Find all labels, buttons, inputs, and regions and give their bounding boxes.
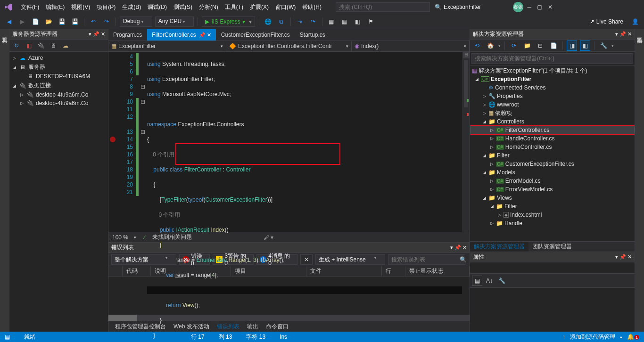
sln-item[interactable]: ▷◈Index.cshtml <box>470 211 635 219</box>
sln-item[interactable]: ▷🔧Properties <box>470 92 635 100</box>
view-code-icon[interactable]: ◨ <box>567 41 577 51</box>
nav-class[interactable]: 🔶ExceptionFilter.Controllers.FilterContr… <box>226 41 352 51</box>
scm-up-icon[interactable]: ↑ <box>562 334 565 340</box>
toolbox-tab[interactable]: 工具箱 <box>0 29 9 332</box>
sln-item[interactable]: ⚙Connected Services <box>470 83 635 92</box>
user-avatar[interactable]: 睿张 <box>513 2 523 12</box>
build-filter-select[interactable]: 生成 + IntelliSense ▾ <box>315 254 385 265</box>
save-icon[interactable]: 💾 <box>57 16 67 27</box>
doc-tab[interactable]: Startup.cs <box>295 29 330 41</box>
sync-icon[interactable]: ⟳ <box>509 41 519 51</box>
props-wrench-icon[interactable]: 🔧 <box>496 276 507 286</box>
search-icon[interactable]: 🔍 <box>435 4 442 10</box>
doc-tab[interactable]: Program.cs <box>108 29 147 41</box>
diagnostic-tab[interactable]: 诊断工具 <box>635 29 644 332</box>
run-button[interactable]: ▶ IIS Express ▾▾ <box>202 16 255 27</box>
close-button[interactable]: ✕ <box>548 4 553 10</box>
sln-search-input[interactable] <box>471 53 633 64</box>
config-select[interactable]: Debug ▾ <box>120 16 152 27</box>
home-icon[interactable]: 🏠 <box>485 41 495 51</box>
sln-item[interactable]: ◢C#ExceptionFilter <box>470 75 635 83</box>
nav-project[interactable]: ▦ExceptionFilter▾ <box>108 41 226 51</box>
feedback-icon[interactable]: 👤 <box>630 16 640 27</box>
sln-pin-icon[interactable]: ▾ 📌 ✕ <box>615 31 632 37</box>
menu-file[interactable]: 文件(F) <box>18 2 42 12</box>
menu-build[interactable]: 生成(B) <box>119 2 144 12</box>
platform-select[interactable]: Any CPU ▾ <box>155 16 194 27</box>
bell-icon[interactable]: 🔔1 <box>627 334 639 340</box>
col-code[interactable]: 代码 <box>123 266 151 276</box>
doc-tab[interactable]: CustomerExceptionFilter.cs <box>216 29 295 41</box>
menu-view[interactable]: 视图(V) <box>68 2 93 12</box>
menu-edit[interactable]: 编辑(E) <box>43 2 67 12</box>
menu-tools[interactable]: 工具(T) <box>222 2 246 12</box>
minimize-button[interactable]: ─ <box>527 4 531 10</box>
menu-extensions[interactable]: 扩展(X) <box>247 2 272 12</box>
step-over-icon[interactable]: ↷ <box>308 16 318 27</box>
scm-text[interactable]: 添加到源代码管理 <box>570 333 615 341</box>
add-server-icon[interactable]: 🖥 <box>48 41 58 51</box>
sln-root[interactable]: ▦ 解决方案"ExceptionFilter"(1 个项目/共 1 个) <box>470 66 635 75</box>
props-pin-icon[interactable]: ▾ 📌 ✕ <box>615 254 632 260</box>
nav-forward-icon[interactable]: ▶ <box>17 16 27 27</box>
doc-tab[interactable]: FilterController.cs📌 ✕ <box>147 29 216 41</box>
menu-project[interactable]: 项目(P) <box>94 2 118 12</box>
sln-item[interactable]: ◢📁Models <box>470 168 635 177</box>
refresh-icon[interactable]: ↻ <box>11 41 22 51</box>
sln-item[interactable]: ◢📁Filter <box>470 202 635 211</box>
live-share-button[interactable]: ↗ Live Share <box>590 18 623 25</box>
uncomment-icon[interactable]: ▦ <box>339 16 350 27</box>
sln-item[interactable]: ▷C#FilterController.cs <box>470 126 635 134</box>
azure-icon[interactable]: ☁ <box>60 41 71 51</box>
show-all-icon[interactable]: 📁 <box>522 41 532 51</box>
solution-tree[interactable]: ▦ 解决方案"ExceptionFilter"(1 个项目/共 1 个) ◢C#… <box>470 65 635 241</box>
server-tree[interactable]: ▷☁Azure◢🖥服务器🖥DESKTOP-4TU9A6M◢🔌数据连接▷🔌desk… <box>9 52 108 332</box>
sln-item[interactable]: ◢📁Filter <box>470 151 635 160</box>
comment-icon[interactable]: ▦ <box>326 16 337 27</box>
categorized-icon[interactable]: ▤ <box>472 276 482 286</box>
sln-item[interactable]: ▷▦依赖项 <box>470 109 635 117</box>
tree-item[interactable]: 🖥DESKTOP-4TU9A6M <box>9 72 108 81</box>
tree-item[interactable]: ▷☁Azure <box>9 54 108 62</box>
code-editor[interactable]: 456789101112131415161718192021 ⊟⊟ ⊟ usin… <box>108 52 470 232</box>
connect-icon[interactable]: 🔌 <box>36 41 46 51</box>
tree-item[interactable]: ◢🔌数据连接 <box>9 81 108 90</box>
menu-analyze[interactable]: 分析(N) <box>196 2 221 12</box>
preview-icon[interactable]: 📄 <box>548 41 559 51</box>
flag-icon[interactable]: ⚑ <box>366 16 376 27</box>
col-icon[interactable] <box>108 266 123 276</box>
search-input[interactable] <box>336 2 430 12</box>
view-class-icon[interactable]: ◧ <box>580 41 590 51</box>
maximize-button[interactable]: ▢ <box>537 4 542 10</box>
sln-item[interactable]: ▷🌐wwwroot <box>470 100 635 109</box>
tree-item[interactable]: ▷🔌desktop-4tu9a6m.Co <box>9 90 108 99</box>
menu-help[interactable]: 帮助(H) <box>299 2 324 12</box>
open-icon[interactable]: 📂 <box>43 16 54 27</box>
tree-item[interactable]: ◢🖥服务器 <box>9 62 108 72</box>
sln-item[interactable]: ▷C#ErrorModel.cs <box>470 177 635 185</box>
redo-icon[interactable]: ↷ <box>101 16 112 27</box>
menu-debug[interactable]: 调试(D) <box>145 2 170 12</box>
error-scope-select[interactable]: 整个解决方案 ▾ <box>111 254 176 265</box>
menu-test[interactable]: 测试(S) <box>171 2 195 12</box>
step-icon[interactable]: ⇥ <box>295 16 305 27</box>
sln-item[interactable]: ◢📁Controllers <box>470 117 635 126</box>
browser-icon[interactable]: 🌐 <box>263 16 273 27</box>
stop-icon[interactable]: ◧ <box>24 41 34 51</box>
sln-item[interactable]: ▷C#ErrorViewModel.cs <box>470 185 635 194</box>
collapse-icon[interactable]: ⊟ <box>535 41 545 51</box>
sln-tab-explorer[interactable]: 解决方案资源管理器 <box>470 242 528 252</box>
sln-item[interactable]: ▷C#HomeController.cs <box>470 143 635 151</box>
zoom-level[interactable]: 100 % <box>112 234 128 241</box>
split-icon[interactable]: ⊟ <box>463 52 470 58</box>
sln-tab-team[interactable]: 团队资源管理器 <box>528 242 576 252</box>
sln-item[interactable]: ▷C#CustomerExceptionFilter.cs <box>470 160 635 168</box>
nav-member[interactable]: ◉Index()▾ <box>352 41 470 51</box>
home-icon[interactable]: ⟲ <box>472 41 482 51</box>
tree-item[interactable]: ▷🔌desktop-4tu9a6m.Co <box>9 99 108 107</box>
sln-item[interactable]: ▷C#HandleController.cs <box>470 134 635 143</box>
new-project-icon[interactable]: 📄 <box>30 16 41 27</box>
nav-back-icon[interactable]: ◀ <box>4 16 14 27</box>
undo-icon[interactable]: ↶ <box>88 16 99 27</box>
alphabetical-icon[interactable]: A↓ <box>484 276 495 286</box>
